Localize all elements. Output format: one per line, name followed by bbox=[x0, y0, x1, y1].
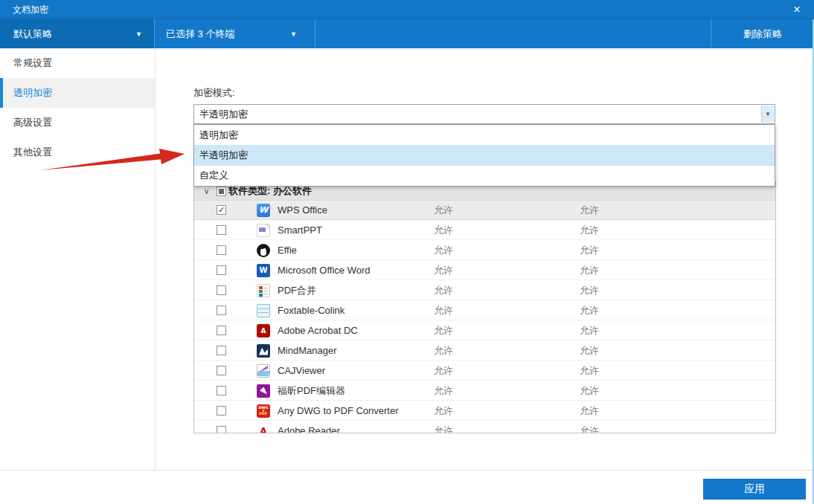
table-row[interactable]: 福昕PDF编辑器允许允许 bbox=[194, 381, 775, 401]
row-checkbox[interactable] bbox=[217, 426, 226, 433]
permission-value: 允许 bbox=[434, 304, 453, 317]
row-checkbox[interactable] bbox=[217, 406, 226, 416]
foxit-pdf-icon bbox=[257, 384, 270, 398]
policy-toolbar: 默认策略 ▼ 已选择 3 个终端 ▼ 删除策略 bbox=[0, 19, 814, 48]
sidebar-item-transparent-encryption[interactable]: 透明加密 bbox=[0, 78, 155, 108]
software-name: Microsoft Office Word bbox=[278, 265, 371, 276]
pdf-merge-icon bbox=[257, 284, 270, 297]
software-name: WPS Office bbox=[278, 204, 327, 216]
settings-sidebar: 常规设置透明加密高级设置其他设置 bbox=[0, 48, 156, 470]
dropdown-option-semi-transparent[interactable]: 半透明加密 bbox=[194, 145, 775, 165]
row-checkbox[interactable] bbox=[217, 265, 226, 275]
table-row[interactable]: SmartPPT允许允许 bbox=[194, 220, 775, 240]
permission-value: 允许 bbox=[434, 284, 453, 297]
table-row[interactable]: PDF合并允许允许 bbox=[194, 280, 775, 300]
encryption-mode-select[interactable]: 半透明加密 ▼ bbox=[193, 104, 775, 124]
delete-policy-button[interactable]: 删除策略 bbox=[711, 19, 814, 48]
collapse-chevron-icon[interactable]: ∨ bbox=[202, 187, 211, 196]
sidebar-item-label: 高级设置 bbox=[13, 116, 52, 129]
group-checkbox[interactable] bbox=[217, 187, 226, 196]
permission-value: 允许 bbox=[434, 204, 453, 217]
encryption-mode-dropdown-list: 透明加密半透明加密自定义 bbox=[193, 124, 775, 187]
permission-value: 允许 bbox=[434, 224, 453, 237]
sidebar-item-general-settings[interactable]: 常规设置 bbox=[0, 48, 155, 78]
permission-value: 允许 bbox=[580, 344, 599, 358]
permission-value: 允许 bbox=[580, 364, 599, 378]
row-checkbox[interactable] bbox=[217, 326, 226, 335]
apply-button[interactable]: 应用 bbox=[703, 479, 806, 500]
software-name: Any DWG to PDF Converter bbox=[278, 405, 399, 416]
selected-mode-value: 半透明加密 bbox=[199, 105, 248, 123]
row-checkbox[interactable] bbox=[217, 225, 226, 235]
table-row[interactable]: AAdobe Acrobat DC允许允许 bbox=[194, 320, 775, 340]
row-checkbox[interactable] bbox=[217, 285, 226, 295]
terminal-selector-label: 已选择 3 个终端 bbox=[166, 28, 234, 41]
dropdown-option-label: 透明加密 bbox=[199, 129, 238, 142]
software-permission-table: ∨ 软件类型: 办公软件 ✓WWPS Office允许允许SmartPPT允许允… bbox=[193, 181, 776, 433]
footer: 应用 bbox=[0, 470, 814, 504]
permission-value: 允许 bbox=[580, 204, 599, 217]
table-row[interactable]: DWG▼PDFAny DWG to PDF Converter允许允许 bbox=[194, 401, 775, 421]
dropdown-arrow-icon: ▼ bbox=[765, 111, 771, 117]
wps-office-icon: W bbox=[257, 204, 270, 217]
permission-value: 允许 bbox=[580, 264, 599, 277]
row-checkbox[interactable] bbox=[217, 306, 226, 315]
ms-word-icon: W bbox=[257, 264, 270, 277]
policy-selector-dropdown[interactable]: 默认策略 ▼ bbox=[0, 19, 155, 48]
permission-value: 允许 bbox=[580, 284, 599, 297]
permission-value: 允许 bbox=[434, 244, 453, 257]
table-row[interactable]: AAdobe Reader允许允许 bbox=[194, 421, 775, 433]
row-checkbox[interactable] bbox=[217, 386, 226, 395]
permission-value: 允许 bbox=[434, 424, 453, 434]
permission-value: 允许 bbox=[580, 244, 599, 257]
permission-value: 允许 bbox=[580, 384, 599, 398]
encryption-mode-label: 加密模式: bbox=[193, 86, 235, 100]
software-name: CAJViewer bbox=[278, 365, 325, 376]
sidebar-item-advanced-settings[interactable]: 高级设置 bbox=[0, 108, 155, 138]
software-rows: ✓WWPS Office允许允许SmartPPT允许允许Effie允许允许WMi… bbox=[194, 200, 775, 433]
software-name: Effie bbox=[278, 245, 297, 256]
dropdown-option-label: 自定义 bbox=[199, 169, 228, 182]
acrobat-icon: A bbox=[257, 324, 270, 337]
dropdown-arrow-icon: ▼ bbox=[290, 30, 297, 38]
software-name: MindManager bbox=[278, 345, 337, 356]
software-name: Adobe Acrobat DC bbox=[278, 325, 358, 336]
permission-value: 允许 bbox=[434, 364, 453, 378]
row-checkbox[interactable] bbox=[217, 366, 226, 375]
table-row[interactable]: Effie允许允许 bbox=[194, 240, 775, 260]
smartppt-icon bbox=[257, 224, 270, 237]
software-name: 福昕PDF编辑器 bbox=[278, 384, 345, 398]
mindmanager-icon bbox=[257, 344, 270, 358]
software-name: SmartPPT bbox=[278, 224, 322, 236]
any-dwg-icon: DWG▼PDF bbox=[257, 404, 270, 418]
terminal-selector-dropdown[interactable]: 已选择 3 个终端 ▼ bbox=[156, 19, 315, 48]
software-name: Foxtable-Colink bbox=[278, 305, 344, 316]
row-checkbox[interactable]: ✓ bbox=[217, 205, 226, 215]
dropdown-arrow-icon: ▼ bbox=[135, 30, 142, 38]
dropdown-option-label: 半透明加密 bbox=[199, 149, 248, 162]
permission-value: 允许 bbox=[434, 324, 453, 337]
table-row[interactable]: ✓WWPS Office允许允许 bbox=[194, 200, 775, 220]
table-row[interactable]: Foxtable-Colink允许允许 bbox=[194, 300, 775, 320]
delete-policy-label: 删除策略 bbox=[743, 28, 782, 41]
combo-button[interactable]: ▼ bbox=[761, 106, 774, 123]
close-icon[interactable]: × bbox=[789, 0, 805, 19]
sidebar-item-label: 常规设置 bbox=[13, 56, 52, 70]
policy-selector-label: 默认策略 bbox=[13, 28, 52, 41]
permission-value: 允许 bbox=[580, 304, 599, 317]
dropdown-option-transparent[interactable]: 透明加密 bbox=[194, 125, 775, 145]
sidebar-item-other-settings[interactable]: 其他设置 bbox=[0, 138, 155, 167]
row-checkbox[interactable] bbox=[217, 346, 226, 355]
cajviewer-icon bbox=[257, 364, 270, 378]
dropdown-option-custom[interactable]: 自定义 bbox=[194, 166, 775, 186]
sidebar-item-label: 其他设置 bbox=[13, 146, 52, 159]
table-row[interactable]: WMicrosoft Office Word允许允许 bbox=[194, 260, 775, 280]
permission-value: 允许 bbox=[434, 384, 453, 398]
permission-value: 允许 bbox=[580, 424, 599, 434]
table-row[interactable]: CAJViewer允许允许 bbox=[194, 361, 775, 381]
checkmark-icon: ✓ bbox=[218, 206, 225, 214]
row-checkbox[interactable] bbox=[217, 245, 226, 255]
table-row[interactable]: MindManager允许允许 bbox=[194, 340, 775, 361]
sidebar-item-label: 透明加密 bbox=[13, 86, 52, 100]
permission-value: 允许 bbox=[580, 224, 599, 237]
